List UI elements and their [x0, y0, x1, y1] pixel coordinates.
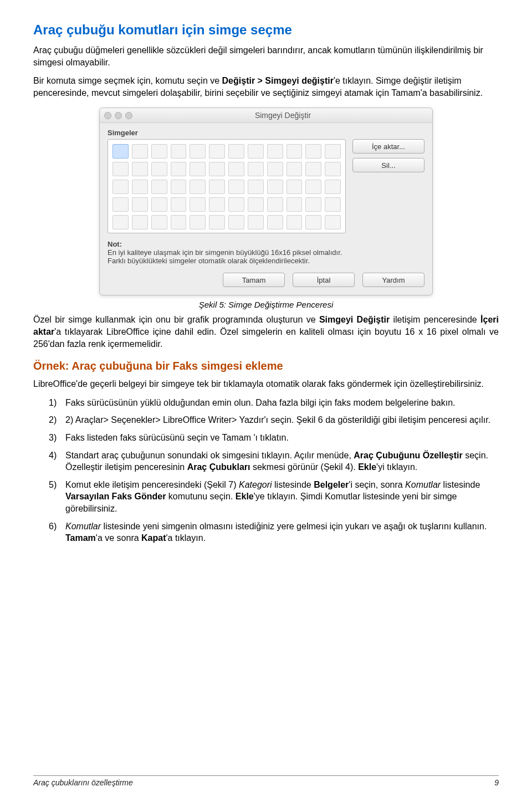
- icon-item[interactable]: [209, 180, 225, 194]
- icon-item[interactable]: [228, 144, 244, 159]
- li5-d: Belgeler: [314, 480, 349, 489]
- icon-item[interactable]: [287, 215, 303, 229]
- dialog-main: İçe aktar... Sil...: [108, 139, 424, 233]
- icon-item[interactable]: [248, 215, 264, 229]
- li6-c: Tamam: [65, 533, 96, 543]
- figure-wrap: Simgeyi Değiştir Simgeler: [33, 108, 499, 309]
- icon-item[interactable]: [132, 197, 148, 212]
- ok-button[interactable]: Tamam: [223, 273, 285, 287]
- li6-e: Kapat: [141, 533, 166, 543]
- icon-item[interactable]: [151, 162, 167, 176]
- note-line-1: En iyi kaliteye ulaşmak için bir simgeni…: [108, 248, 424, 257]
- icon-grid[interactable]: [108, 139, 346, 233]
- icon-item[interactable]: [190, 215, 206, 229]
- icon-item[interactable]: [325, 180, 341, 194]
- li5-h: Varsayılan Faks Gönder: [65, 492, 166, 501]
- note-label: Not:: [108, 240, 424, 248]
- icon-item[interactable]: [151, 180, 167, 194]
- icon-item[interactable]: [112, 162, 129, 176]
- subsection-heading: Örnek: Araç çubuğuna bir Faks simgesi ek…: [33, 360, 499, 372]
- icon-item[interactable]: [209, 162, 225, 176]
- icon-item[interactable]: [248, 162, 264, 176]
- icon-item[interactable]: [190, 144, 206, 159]
- window-controls[interactable]: [104, 112, 132, 119]
- list-item: 5) Komut ekle iletişim penceresindeki (Ş…: [49, 479, 499, 515]
- icon-item[interactable]: [112, 180, 129, 194]
- icon-item[interactable]: [305, 180, 321, 194]
- icon-item[interactable]: [132, 144, 148, 159]
- icon-item[interactable]: [267, 197, 283, 212]
- p3-e: 'a tıklayarak LibreOffice içine dahil ed…: [33, 327, 499, 349]
- icon-item[interactable]: [228, 215, 244, 229]
- icon-item[interactable]: [209, 215, 225, 229]
- icon-item[interactable]: [132, 215, 148, 229]
- icon-item[interactable]: [325, 144, 341, 159]
- li5-f: Komutlar: [405, 480, 441, 489]
- list-number: 3): [49, 432, 57, 444]
- icon-item[interactable]: [228, 162, 244, 176]
- icon-item[interactable]: [287, 162, 303, 176]
- icon-item[interactable]: [248, 144, 264, 159]
- icon-item[interactable]: [151, 144, 167, 159]
- minimize-icon[interactable]: [115, 112, 122, 119]
- icon-item[interactable]: [151, 197, 167, 212]
- icon-item[interactable]: [267, 162, 283, 176]
- paragraph-intro-1: Araç çubuğu düğmeleri genellikle sözcükl…: [33, 44, 499, 68]
- list-item: 6) Komutlar listesinde yeni simgenin olm…: [49, 520, 499, 544]
- icon-item[interactable]: [132, 180, 148, 194]
- zoom-icon[interactable]: [125, 112, 132, 119]
- li5-e: 'i seçin, sonra: [349, 480, 405, 489]
- icon-item[interactable]: [190, 180, 206, 194]
- icon-item[interactable]: [171, 197, 187, 212]
- li5-g: listesinde: [441, 480, 480, 489]
- footer-left: Araç çubuklarını özelleştirme: [33, 778, 133, 787]
- icon-item[interactable]: [190, 162, 206, 176]
- icon-item[interactable]: [325, 162, 341, 176]
- icon-item[interactable]: [171, 162, 187, 176]
- list-text: 2) Araçlar> Seçenekler> LibreOffice Writ…: [65, 415, 490, 425]
- icon-item[interactable]: [228, 197, 244, 212]
- p2-a: Bir komuta simge seçmek için, komutu seç…: [33, 76, 222, 85]
- dialog-titlebar: Simgeyi Değiştir: [100, 108, 432, 123]
- li4-a: Standart araç çubuğunun sonundaki ok sim…: [65, 451, 354, 460]
- list-item: 2) 2) Araçlar> Seçenekler> LibreOffice W…: [49, 414, 499, 426]
- help-button[interactable]: Yardım: [362, 273, 424, 287]
- li5-c: listesinde: [272, 480, 314, 489]
- icon-item[interactable]: [171, 215, 187, 229]
- li5-b: Kategori: [239, 480, 272, 489]
- icon-item[interactable]: [305, 162, 321, 176]
- icon-item[interactable]: [267, 215, 283, 229]
- icon-item[interactable]: [248, 197, 264, 212]
- icon-item[interactable]: [228, 180, 244, 194]
- list-text: Faks listeden faks sürücüsünü seçin ve T…: [65, 433, 289, 442]
- delete-button[interactable]: Sil...: [352, 158, 424, 172]
- icon-item[interactable]: [132, 162, 148, 176]
- icon-item[interactable]: [325, 197, 341, 212]
- import-button[interactable]: İçe aktar...: [352, 139, 424, 154]
- icon-item[interactable]: [305, 215, 321, 229]
- icon-item[interactable]: [171, 144, 187, 159]
- icon-item[interactable]: [267, 180, 283, 194]
- icon-item[interactable]: [171, 180, 187, 194]
- icon-item[interactable]: [305, 144, 321, 159]
- icon-item[interactable]: [209, 144, 225, 159]
- icon-item[interactable]: [267, 144, 283, 159]
- icon-item[interactable]: [190, 197, 206, 212]
- icon-item[interactable]: [305, 197, 321, 212]
- icon-item[interactable]: [287, 197, 303, 212]
- icon-item[interactable]: [112, 215, 129, 229]
- icon-item[interactable]: [287, 180, 303, 194]
- close-icon[interactable]: [104, 112, 111, 119]
- cancel-button[interactable]: İptal: [293, 273, 355, 287]
- list-item: 4) Standart araç çubuğunun sonundaki ok …: [49, 449, 499, 473]
- icon-item[interactable]: [325, 215, 341, 229]
- icon-item[interactable]: [112, 144, 129, 159]
- icon-item[interactable]: [151, 215, 167, 229]
- p3-a: Özel bir simge kullanmak için onu bir gr…: [33, 315, 319, 324]
- li5-j: Ekle: [236, 492, 254, 501]
- icon-item[interactable]: [248, 180, 264, 194]
- figure-caption: Şekil 5: Simge Değiştirme Penceresi: [33, 300, 499, 309]
- icon-item[interactable]: [112, 197, 129, 212]
- icon-item[interactable]: [209, 197, 225, 212]
- icon-item[interactable]: [287, 144, 303, 159]
